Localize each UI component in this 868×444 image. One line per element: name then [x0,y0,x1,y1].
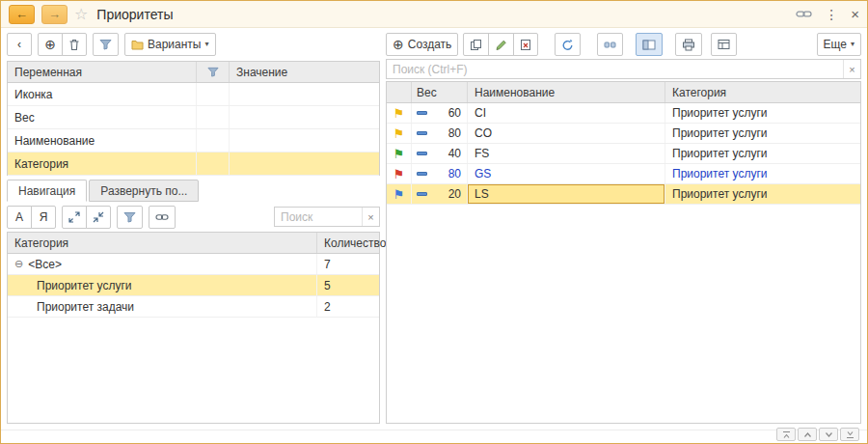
refresh-button[interactable] [555,33,581,56]
item-edit-group [463,33,538,56]
weight-cell: 40 [412,144,468,163]
funnel-icon [99,39,112,50]
tree-row-selected[interactable]: Приоритет услуги 5 [8,275,379,296]
filter-button[interactable] [117,206,143,229]
clear-search-icon[interactable]: × [362,208,379,226]
filter-cell [197,129,230,152]
column-header-value[interactable]: Значение [230,62,379,82]
category-table-header: Категория Количество [8,233,379,254]
panel-back-button[interactable]: ‹ [7,33,32,56]
table-row-link[interactable]: ⚑ 80 GS Приоритет услуги [387,164,860,184]
copy-button[interactable] [463,33,489,56]
more-button[interactable]: Еще ▾ [817,33,861,56]
sort-asc-label: А [15,210,23,224]
list-scroll-nav [776,428,859,441]
delete-mark-button[interactable] [513,33,538,56]
tab-navigation[interactable]: Навигация [7,180,87,202]
variants-label: Варианты [148,38,201,51]
scroll-bottom-button[interactable] [840,428,859,441]
priority-dash-icon [417,131,427,135]
table-row[interactable]: ⚑ 80 CO Приоритет услуги [387,124,860,144]
list-settings-button[interactable] [711,33,737,56]
filter-button[interactable] [93,33,119,56]
table-row[interactable]: Наименование [8,129,379,153]
filter-settings-table: Переменная Значение Иконка Вес Наименова… [7,61,380,176]
collapse-all-button[interactable] [86,206,111,229]
expand-all-button[interactable] [62,206,87,229]
category-cell: Приоритет услуги [665,144,860,163]
column-header-name[interactable]: Наименование [468,82,665,102]
category-tree-table: Категория Количество ⊖ <Все> 7 Приоритет… [7,232,380,424]
table-icon [718,39,730,50]
name-cell: GS [468,164,665,183]
name-cell: FS [468,144,665,163]
folder-icon [131,40,144,50]
get-link-icon[interactable] [796,10,812,18]
sort-desc-button[interactable]: Я [31,206,56,229]
column-header-filter[interactable] [197,62,230,82]
weight-cell: 80 [412,124,468,143]
table-row[interactable]: Иконка [8,83,379,106]
flag-icon: ⚑ [393,127,405,140]
category-cell: Приоритет задачи [8,296,317,317]
scroll-top-button[interactable] [776,428,796,441]
weight-cell: 60 [412,103,468,123]
column-header-category[interactable]: Категория [8,233,317,253]
delete-button[interactable] [62,33,87,56]
print-button[interactable] [675,33,702,56]
column-header-variable[interactable]: Переменная [8,62,197,82]
flag-icon: ⚑ [393,188,405,201]
chevron-left-icon: ‹ [17,38,21,51]
refresh-icon [561,39,574,51]
table-row[interactable]: ⚑ 60 CI Приоритет услуги [387,103,860,124]
list-search-input[interactable] [387,60,843,78]
table-row-selected[interactable]: ⚑ 20 LS Приоритет услуги [387,184,860,205]
weight-value: 20 [448,187,461,201]
funnel-icon [207,67,219,77]
table-row[interactable]: Вес [8,106,379,129]
tab-expand-by[interactable]: Развернуть по... [89,180,199,202]
tree-row[interactable]: Приоритет задачи 2 [8,296,379,318]
edit-button[interactable] [488,33,514,56]
add-button[interactable]: ⊕ [38,33,63,56]
search-input[interactable] [275,208,362,226]
back-icon: ← [15,8,28,20]
tree-row-all[interactable]: ⊖ <Все> 7 [8,254,379,275]
tree-expander-icon[interactable]: ⊖ [14,258,23,270]
funnel-icon [123,211,136,223]
titlebar: ← → ☆ Приоритеты ⋮ × [1,1,867,28]
close-icon[interactable]: × [851,6,859,22]
clear-search-icon[interactable]: × [843,60,860,78]
sort-asc-button[interactable]: А [7,206,32,229]
flag-icon: ⚑ [393,107,405,120]
column-header-weight[interactable]: Вес [412,82,468,102]
preview-toggle-button[interactable] [636,33,663,56]
scroll-down-button[interactable] [819,428,838,441]
flag-cell: ⚑ [387,103,412,123]
column-header-count[interactable]: Количество [317,233,379,253]
period-button[interactable] [597,33,623,56]
variants-button[interactable]: Варианты ▾ [124,33,216,56]
column-header-label: Категория [672,86,726,99]
favorite-star-icon[interactable]: ☆ [74,5,88,23]
filter-table-header: Переменная Значение [8,62,379,83]
expand-all-icon [68,211,80,223]
create-button[interactable]: ⊕ Создать [386,33,458,56]
column-header-category[interactable]: Категория [665,82,860,102]
link-button[interactable] [149,206,176,229]
category-cell: ⊖ <Все> [8,254,317,274]
menu-icon[interactable]: ⋮ [825,7,838,22]
printer-icon [682,39,695,51]
back-button[interactable]: ← [9,5,35,24]
table-row-selected[interactable]: Категория [8,153,379,176]
navigation-toolbar: А Я × [7,205,380,229]
tab-label: Развернуть по... [100,184,187,198]
forward-button[interactable]: → [41,5,68,24]
column-header-label: Значение [236,66,287,79]
weight-cell: 20 [412,184,468,204]
scroll-up-button[interactable] [798,428,817,441]
column-header-flag[interactable] [387,82,412,102]
table-row[interactable]: ⚑ 40 FS Приоритет услуги [387,144,860,164]
category-label: <Все> [28,258,62,271]
flag-icon: ⚑ [393,148,405,160]
